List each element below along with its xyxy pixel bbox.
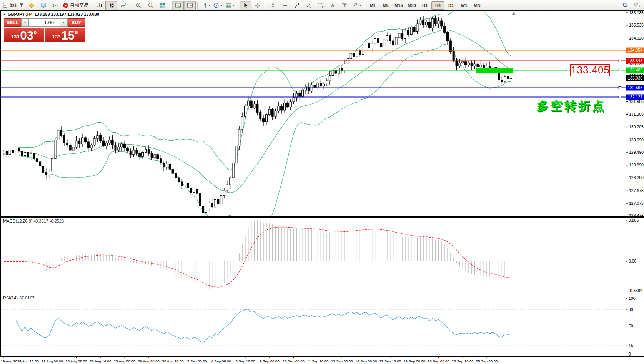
line-anchor-marker[interactable] — [619, 69, 621, 71]
zoom-out-button[interactable] — [145, 1, 156, 10]
zoom-in-button[interactable] — [133, 1, 145, 10]
indicators-button[interactable] — [25, 1, 37, 10]
zoom-out-icon — [148, 2, 154, 8]
template-button[interactable]: ▾ — [224, 1, 236, 10]
new-order-button[interactable]: 新订单 — [1, 1, 25, 10]
bar-chart-button[interactable] — [93, 1, 105, 10]
dropdown-caret-icon: ▾ — [233, 3, 235, 7]
sell-price-button[interactable]: 133 03 0 — [4, 28, 44, 42]
rsi-axis-label: 80 — [629, 307, 633, 312]
timeframe-d1-button[interactable]: D1 — [444, 1, 458, 10]
time-axis-label: 9 Sep 00:00 — [260, 359, 279, 363]
turning-point-annotation[interactable]: 多空转折点 — [537, 98, 606, 114]
sell-button[interactable]: SELL — [4, 18, 21, 27]
time-axis-label: 20 Aug 16:00 — [17, 359, 39, 363]
candle-body — [139, 153, 141, 156]
candle-body — [398, 33, 400, 38]
cursor-button[interactable] — [240, 1, 251, 10]
timeframe-h4-button[interactable]: H4 — [431, 1, 444, 10]
price-axis-tick-label: 130.090 — [629, 138, 644, 142]
candle-body — [299, 93, 301, 96]
line-anchor-marker[interactable] — [567, 69, 569, 71]
candle-body — [278, 106, 280, 111]
volume-increase-button[interactable]: ▲ — [60, 18, 68, 27]
candlestick-chart-button[interactable] — [105, 1, 117, 10]
candle-body — [9, 150, 11, 155]
timeframe-h1-button[interactable]: H1 — [418, 1, 431, 10]
candle-body — [196, 189, 198, 193]
toolbar-separator — [170, 2, 170, 9]
dropdown-caret-icon: ▾ — [221, 3, 222, 7]
timeframe-w1-button[interactable]: W1 — [458, 1, 471, 10]
one-click-trading-panel: SELL ▼ 1.00 ▲ BUY 133 03 0 133 15 6 — [4, 18, 85, 42]
symbol-info: ▲ GBPJPY-,H4 133.153 133.197 133.023 133… — [3, 12, 99, 17]
candle-body — [33, 153, 35, 159]
timeframe-m30-button[interactable]: M30 — [405, 1, 418, 10]
signals-button[interactable] — [49, 1, 61, 10]
candle-body — [501, 80, 503, 81]
channel-icon: E — [306, 2, 312, 8]
new-chart-button[interactable]: ▾ — [199, 1, 211, 10]
line-chart-button[interactable] — [117, 1, 129, 10]
search-button[interactable] — [619, 1, 631, 10]
spin-up-icon: ▲ — [63, 21, 65, 24]
candle-body — [151, 153, 153, 158]
collapse-arrow-icon[interactable]: ▲ — [3, 13, 6, 16]
volume-input[interactable]: 1.00 — [29, 18, 60, 27]
candle-body — [154, 155, 156, 158]
text-button[interactable]: A — [326, 1, 338, 10]
line-anchor-marker[interactable] — [619, 96, 621, 98]
candle-body — [268, 109, 270, 115]
channel-button[interactable]: E — [303, 1, 315, 10]
candle-body — [223, 190, 225, 196]
period-button[interactable]: ▾ — [211, 1, 224, 10]
vertical-line-button[interactable] — [267, 1, 279, 10]
candle-body — [326, 81, 328, 84]
symbol-name: GBPJPY-,H4 — [8, 12, 33, 17]
chat-button[interactable] — [631, 1, 643, 10]
timeframe-m1-button[interactable]: M1 — [366, 1, 379, 10]
label-button[interactable]: T — [338, 1, 350, 10]
candle-body — [446, 32, 448, 41]
line-anchor-marker[interactable] — [619, 86, 621, 89]
shapes-button[interactable]: ▾ — [350, 1, 363, 10]
candle-body — [265, 115, 267, 122]
buy-button[interactable]: BUY — [68, 18, 85, 27]
tile-windows-button[interactable] — [156, 1, 168, 10]
crosshair-button[interactable] — [251, 1, 263, 10]
crosshair-icon — [255, 2, 261, 8]
market-watch-button[interactable] — [37, 1, 49, 10]
timeframe-m5-button[interactable]: M5 — [379, 1, 392, 10]
candle-body — [507, 76, 509, 78]
candle-body — [93, 139, 95, 145]
auto-scroll-button[interactable] — [172, 1, 184, 10]
timeframe-mn-button[interactable]: MN — [471, 1, 484, 10]
time-axis-label: 23 Aug 08:00 — [65, 359, 87, 363]
auto-trading-button[interactable]: 自动交易 — [61, 1, 90, 10]
candle-body — [199, 193, 201, 206]
candle-body — [438, 21, 439, 24]
candle-body — [480, 65, 482, 67]
volume-decrease-button[interactable]: ▼ — [21, 18, 29, 27]
price-axis-tick-label: 129.490 — [629, 150, 644, 155]
price-line-badge-label: 133.030 — [628, 76, 642, 80]
time-axis-label: 4 Sep 08:00 — [211, 359, 231, 363]
fibonacci-button[interactable]: F — [315, 1, 326, 10]
trendline-button[interactable] — [291, 1, 303, 10]
svg-text:E: E — [310, 6, 311, 8]
buy-price-button[interactable]: 133 15 6 — [45, 28, 85, 42]
line-chart-icon — [120, 2, 126, 8]
line-anchor-marker[interactable] — [619, 60, 621, 62]
candle-body — [136, 150, 138, 153]
candle-body — [3, 151, 5, 154]
buy-price-prefix: 133 — [52, 34, 61, 40]
candle-body — [205, 209, 207, 212]
candle-body — [395, 38, 397, 45]
horizontal-line-button[interactable] — [279, 1, 291, 10]
vertical-line-icon — [270, 2, 276, 8]
chart-shift-button[interactable] — [184, 1, 196, 10]
timeframe-m15-button[interactable]: M15 — [392, 1, 405, 10]
candle-body — [281, 106, 283, 110]
rsi-axis-label: 0 — [629, 352, 631, 356]
price-annotation-box[interactable]: 133.405 — [570, 64, 610, 76]
